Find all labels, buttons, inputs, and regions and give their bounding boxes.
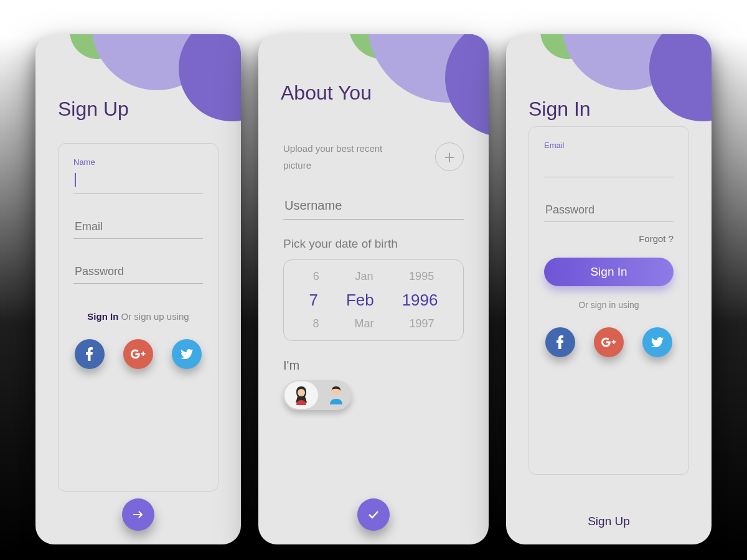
or-signin-using: Or sign in using <box>544 300 674 310</box>
email-input[interactable] <box>73 215 203 239</box>
text-caret <box>75 173 76 187</box>
about-form: Upload your best recent picture ＋ Pick y… <box>283 140 464 410</box>
email-label: Email <box>544 141 674 150</box>
twitter-icon <box>651 337 664 347</box>
facebook-icon <box>86 347 93 361</box>
password-input[interactable] <box>73 260 203 284</box>
signup-screen: Sign Up Name Sign In Or sign up using <box>35 34 241 544</box>
signin-form: Email Forgot ? Sign In Or sign in using <box>529 126 689 475</box>
twitter-button[interactable] <box>642 327 672 357</box>
facebook-button[interactable] <box>545 327 575 357</box>
decor-circle-purple <box>445 34 489 137</box>
name-label: Name <box>73 157 203 167</box>
dob-row-next: 8 Mar 1997 <box>295 314 452 334</box>
twitter-button[interactable] <box>172 339 202 369</box>
forgot-password-link[interactable]: Forgot ? <box>544 233 674 244</box>
facebook-icon <box>557 335 564 349</box>
page-title: Sign In <box>529 98 591 121</box>
dob-label: Pick your date of birth <box>283 237 464 251</box>
facebook-button[interactable] <box>75 339 105 369</box>
upload-picture-button[interactable]: ＋ <box>435 142 464 171</box>
page-title: About You <box>281 82 372 105</box>
username-input[interactable] <box>283 192 464 220</box>
twitter-icon <box>181 349 193 359</box>
upload-row: Upload your best recent picture ＋ <box>283 140 464 174</box>
plus-icon: ＋ <box>441 145 458 169</box>
or-signup-using: Or sign up using <box>121 311 189 322</box>
avatar-female-icon <box>293 385 310 405</box>
gender-toggle[interactable] <box>283 380 352 410</box>
social-row <box>544 327 674 357</box>
gender-option-male <box>328 386 344 404</box>
signup-link[interactable]: Sign Up <box>506 515 712 528</box>
google-plus-button[interactable] <box>594 327 624 357</box>
svg-point-1 <box>298 389 305 396</box>
name-input[interactable] <box>73 170 203 194</box>
arrow-right-icon <box>132 510 144 519</box>
page-title: Sign Up <box>58 98 129 121</box>
confirm-button[interactable] <box>357 498 390 531</box>
google-plus-button[interactable] <box>123 339 153 369</box>
google-plus-icon <box>601 337 616 347</box>
check-icon <box>368 510 379 519</box>
password-input[interactable] <box>544 198 674 222</box>
gender-selected-female <box>284 381 318 409</box>
decor-circle-purple <box>649 34 712 121</box>
signin-button-label: Sign In <box>590 265 627 279</box>
next-button[interactable] <box>122 498 154 531</box>
gender-label: I'm <box>283 358 464 373</box>
dob-row-selected: 7 Feb 1996 <box>295 287 452 314</box>
signin-button[interactable]: Sign In <box>544 258 674 286</box>
decor-circle-purple <box>179 34 241 121</box>
dob-picker[interactable]: 6 Jan 1995 7 Feb 1996 8 Mar 1997 <box>283 259 464 341</box>
signin-link[interactable]: Sign In <box>87 311 118 322</box>
google-plus-icon <box>131 349 146 359</box>
signin-screen: Sign In Email Forgot ? Sign In Or sign i… <box>506 34 712 544</box>
avatar-male-icon <box>328 386 344 404</box>
signup-form: Name Sign In Or sign up using <box>58 143 218 492</box>
dob-row-prev: 6 Jan 1995 <box>295 266 452 287</box>
email-input[interactable] <box>544 154 674 177</box>
upload-caption: Upload your best recent picture <box>283 140 402 174</box>
about-you-screen: About You Upload your best recent pictur… <box>258 34 489 544</box>
alt-signin-row: Sign In Or sign up using <box>73 311 203 322</box>
social-row <box>73 339 203 369</box>
